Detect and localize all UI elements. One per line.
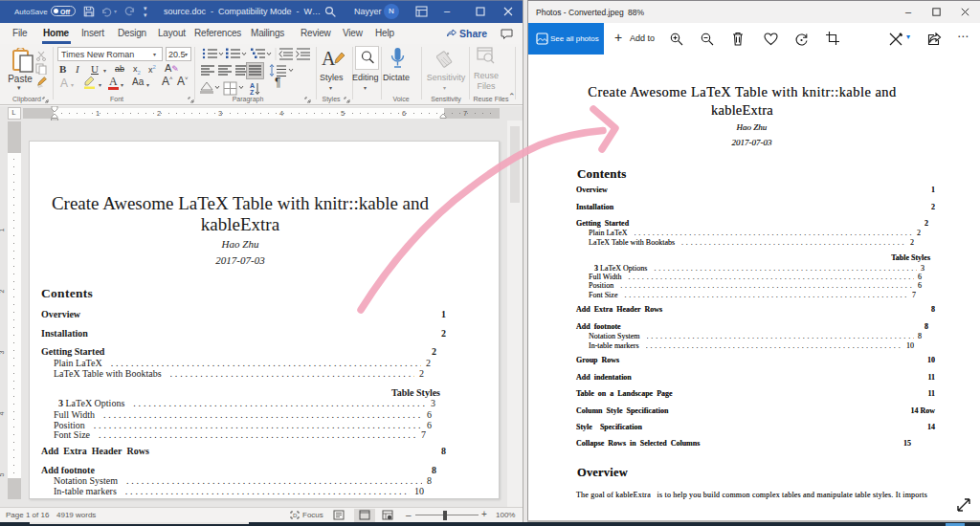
svg-text:D: D [293, 513, 298, 518]
svg-text:Z: Z [250, 89, 255, 96]
svg-text:A: A [250, 82, 255, 89]
